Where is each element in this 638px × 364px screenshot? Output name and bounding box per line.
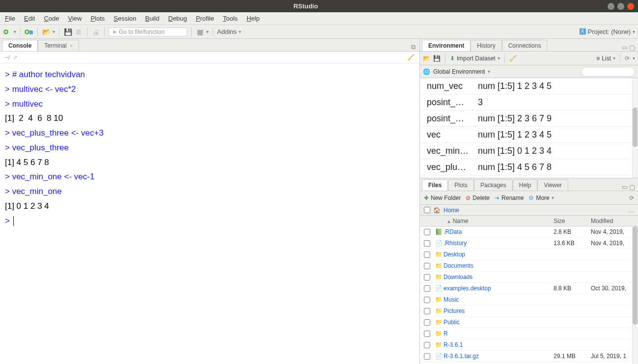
- file-checkbox[interactable]: [424, 319, 430, 326]
- scrollbar-thumb[interactable]: [633, 226, 638, 325]
- env-row[interactable]: vec_plu…num [1:5] 4 5 6 7 8: [420, 159, 638, 175]
- file-checkbox[interactable]: [424, 353, 430, 360]
- env-row[interactable]: vecnum [1:5] 1 2 3 4 5: [420, 127, 638, 143]
- file-checkbox[interactable]: [424, 308, 430, 314]
- file-name[interactable]: Music: [444, 296, 554, 303]
- save-all-icon[interactable]: 🗎: [74, 28, 83, 36]
- scrollbar-thumb[interactable]: [633, 108, 638, 147]
- file-row[interactable]: 📄examples.desktop8.8 KBOct 30, 2019,: [420, 283, 638, 294]
- file-name[interactable]: .RData: [444, 228, 554, 235]
- env-row[interactable]: posint_…num [1:5] 2 3 6 7 9: [420, 111, 638, 127]
- save-icon[interactable]: 💾: [63, 28, 72, 36]
- broom-icon[interactable]: 🧹: [407, 54, 415, 61]
- file-checkbox[interactable]: [424, 274, 430, 280]
- tab-packages[interactable]: Packages: [474, 179, 513, 191]
- tab-console[interactable]: Console: [2, 40, 38, 51]
- file-checkbox[interactable]: [424, 342, 430, 348]
- env-search[interactable]: [581, 67, 635, 77]
- tab-help[interactable]: Help: [513, 179, 538, 191]
- file-name[interactable]: Downloads: [444, 274, 554, 280]
- file-checkbox[interactable]: [424, 240, 430, 247]
- file-row[interactable]: 📁Desktop: [420, 249, 638, 260]
- file-name[interactable]: Documents: [444, 262, 554, 269]
- header-name[interactable]: ▲ Name: [434, 218, 554, 224]
- print-icon[interactable]: 🖨: [91, 28, 100, 36]
- new-project-icon[interactable]: [25, 28, 33, 36]
- import-dataset-menu[interactable]: ⬇ Import Dataset ▾: [450, 55, 500, 62]
- dropdown-caret-icon[interactable]: ▾: [633, 56, 635, 61]
- pane-max-icon[interactable]: ▢: [629, 183, 635, 191]
- header-modified[interactable]: Modified: [591, 218, 638, 224]
- file-name[interactable]: Desktop: [444, 251, 554, 258]
- file-row[interactable]: 📄R-3.6.1.tar.gz29.1 MBJul 5, 2019, 1: [420, 351, 638, 362]
- file-checkbox[interactable]: [424, 229, 430, 235]
- dropdown-caret-icon[interactable]: ▾: [206, 29, 209, 34]
- close-button[interactable]: [627, 3, 634, 10]
- console-clear-icon[interactable]: ⇗: [13, 54, 18, 61]
- select-all-checkbox[interactable]: [424, 207, 430, 213]
- new-file-icon[interactable]: [3, 28, 12, 36]
- grid-icon[interactable]: ▦: [195, 28, 204, 36]
- tab-connections[interactable]: Connections: [502, 40, 548, 51]
- file-row[interactable]: 📁R-3.6.1: [420, 339, 638, 351]
- file-row[interactable]: 📁Public: [420, 317, 638, 328]
- save-env-icon[interactable]: 💾: [433, 55, 441, 62]
- env-search-input[interactable]: [581, 67, 635, 77]
- file-checkbox[interactable]: [424, 285, 430, 292]
- file-checkbox[interactable]: [424, 331, 430, 337]
- scrollbar[interactable]: [632, 78, 638, 178]
- tab-files[interactable]: Files: [422, 179, 448, 191]
- env-row[interactable]: posint_…3: [420, 94, 638, 111]
- close-icon[interactable]: ×: [70, 43, 73, 49]
- tab-plots[interactable]: Plots: [448, 179, 474, 191]
- pane-popout-icon[interactable]: ⧉: [411, 43, 416, 51]
- minimize-button[interactable]: [608, 3, 614, 10]
- refresh-icon[interactable]: ⟳: [629, 195, 634, 201]
- console-output[interactable]: > # author techvidvan> multivec <- vec*2…: [0, 63, 419, 364]
- more-menu[interactable]: ⚙More▾: [528, 195, 554, 201]
- file-checkbox[interactable]: [424, 252, 430, 258]
- dropdown-caret-icon[interactable]: ▾: [53, 29, 55, 34]
- menu-build[interactable]: Build: [145, 15, 160, 22]
- file-row[interactable]: 📁Music: [420, 294, 638, 306]
- menu-edit[interactable]: Edit: [24, 15, 35, 22]
- env-row[interactable]: vec_min…num [1:5] 0 1 2 3 4: [420, 143, 638, 159]
- tab-terminal[interactable]: Terminal×: [38, 40, 79, 51]
- more-path-icon[interactable]: …: [628, 207, 634, 214]
- file-checkbox[interactable]: [424, 263, 430, 269]
- open-file-icon[interactable]: 📂: [42, 28, 51, 36]
- menu-plots[interactable]: Plots: [90, 15, 105, 22]
- broom-icon[interactable]: 🧹: [509, 55, 517, 62]
- menu-tools[interactable]: Tools: [223, 15, 238, 22]
- file-name[interactable]: .Rhistory: [444, 240, 554, 247]
- menu-profile[interactable]: Profile: [196, 15, 214, 22]
- file-name[interactable]: R: [444, 330, 554, 337]
- file-checkbox[interactable]: [424, 297, 430, 303]
- pane-min-icon[interactable]: ▭: [622, 183, 628, 191]
- dropdown-caret-icon[interactable]: ▾: [488, 69, 490, 74]
- file-name[interactable]: examples.desktop: [444, 285, 554, 292]
- menu-code[interactable]: Code: [44, 15, 59, 22]
- new-folder-button[interactable]: ✚New Folder: [424, 195, 461, 201]
- scrollbar[interactable]: [632, 226, 638, 364]
- breadcrumb-home[interactable]: Home: [444, 207, 459, 214]
- tab-environment[interactable]: Environment: [422, 40, 471, 51]
- file-name[interactable]: R-3.6.1: [444, 341, 554, 348]
- file-row[interactable]: 📗.RData2.8 KBNov 4, 2019,: [420, 226, 638, 238]
- home-icon[interactable]: 🏠: [433, 207, 441, 214]
- pane-min-icon[interactable]: ▭: [622, 44, 628, 51]
- project-menu[interactable]: 🆁 Project: (None) ▾: [580, 28, 635, 35]
- scope-label[interactable]: Global Environment: [433, 68, 485, 75]
- file-row[interactable]: 📄.Rhistory13.6 KBNov 4, 2019,: [420, 238, 638, 249]
- menu-help[interactable]: Help: [247, 15, 260, 22]
- maximize-button[interactable]: [617, 3, 624, 10]
- tab-viewer[interactable]: Viewer: [537, 179, 568, 191]
- file-name[interactable]: Public: [444, 319, 554, 326]
- menu-session[interactable]: Session: [113, 15, 136, 22]
- tab-history[interactable]: History: [471, 40, 501, 51]
- dropdown-caret-icon[interactable]: ▾: [14, 29, 16, 34]
- rename-button[interactable]: ➜Rename: [495, 195, 524, 201]
- open-env-icon[interactable]: 📂: [423, 55, 430, 62]
- pane-max-icon[interactable]: ▢: [629, 44, 635, 51]
- env-row[interactable]: num_vecnum [1:5] 1 2 3 4 5: [420, 78, 638, 94]
